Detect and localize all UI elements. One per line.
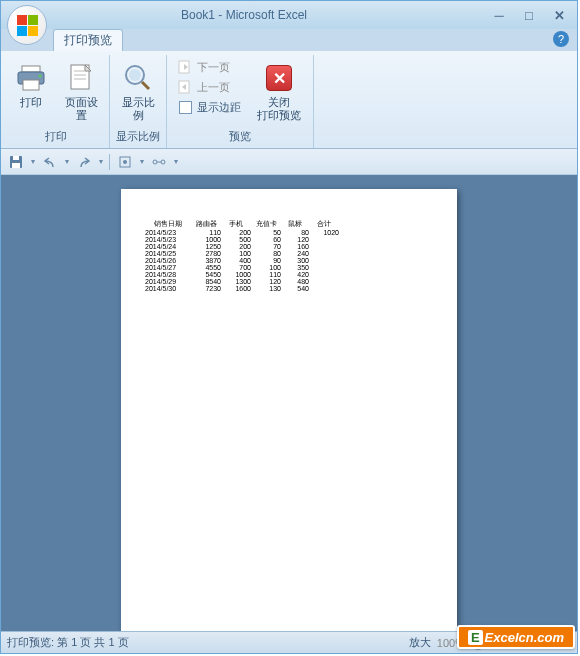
next-page-icon	[177, 59, 193, 75]
next-page-button: 下一页	[173, 57, 245, 77]
group-print: 打印 页面设置 打印	[3, 55, 110, 148]
prev-page-icon	[177, 79, 193, 95]
page-setup-button[interactable]: 页面设置	[59, 57, 103, 127]
titlebar: Book1 - Microsoft Excel ─ □ ✕	[1, 1, 577, 29]
group-preview: 下一页 上一页 显示边距	[167, 55, 314, 148]
status-text: 打印预览: 第 1 页 共 1 页	[7, 635, 409, 650]
svg-rect-16	[13, 156, 19, 160]
close-preview-button[interactable]: ✕ 关闭打印预览	[251, 57, 307, 127]
svg-rect-13	[179, 101, 191, 113]
prev-page-button: 上一页	[173, 77, 245, 97]
show-margins-checkbox[interactable]: 显示边距	[173, 97, 245, 117]
svg-line-10	[142, 82, 149, 89]
svg-point-18	[123, 160, 127, 164]
page-setup-icon	[65, 62, 97, 94]
svg-point-20	[161, 160, 165, 164]
ribbon: 打印 页面设置 打印 显示比例 显示比例	[1, 51, 577, 149]
office-button[interactable]	[7, 5, 47, 45]
sheet-data: 销售日期路由器手机充值卡鼠标合计2014/5/23110200508010202…	[145, 219, 433, 292]
dropdown-icon[interactable]: ▾	[31, 157, 35, 166]
redo-icon[interactable]	[75, 153, 93, 171]
maximize-button[interactable]: □	[517, 6, 541, 24]
svg-rect-0	[22, 66, 40, 72]
group-zoom: 显示比例 显示比例	[110, 55, 167, 148]
ribbon-tabs: 打印预览 ?	[1, 29, 577, 51]
svg-point-3	[39, 75, 42, 78]
qat-icon[interactable]	[150, 153, 168, 171]
office-logo-icon	[17, 15, 38, 36]
svg-rect-15	[12, 163, 20, 168]
print-button[interactable]: 打印	[9, 57, 53, 114]
dropdown-icon[interactable]: ▾	[65, 157, 69, 166]
help-icon[interactable]: ?	[553, 31, 569, 47]
svg-point-9	[129, 69, 141, 81]
save-icon[interactable]	[7, 153, 25, 171]
checkbox-icon	[177, 99, 193, 115]
close-icon: ✕	[266, 65, 292, 91]
minimize-button[interactable]: ─	[487, 6, 511, 24]
qat-icon[interactable]	[116, 153, 134, 171]
svg-point-19	[153, 160, 157, 164]
watermark: EExcelcn.com	[457, 625, 575, 649]
magnifier-icon	[122, 62, 154, 94]
dropdown-icon[interactable]: ▾	[174, 157, 178, 166]
window-title: Book1 - Microsoft Excel	[1, 8, 487, 22]
preview-area[interactable]: 销售日期路由器手机充值卡鼠标合计2014/5/23110200508010202…	[1, 175, 577, 631]
svg-rect-2	[23, 80, 39, 90]
dropdown-icon[interactable]: ▾	[99, 157, 103, 166]
zoom-button[interactable]: 显示比例	[116, 57, 160, 127]
close-window-button[interactable]: ✕	[547, 6, 571, 24]
tab-print-preview[interactable]: 打印预览	[53, 29, 123, 51]
printer-icon	[15, 62, 47, 94]
dropdown-icon[interactable]: ▾	[140, 157, 144, 166]
page-preview: 销售日期路由器手机充值卡鼠标合计2014/5/23110200508010202…	[121, 189, 457, 631]
undo-icon[interactable]	[41, 153, 59, 171]
quick-access-toolbar: ▾ ▾ ▾ ▾ ▾	[1, 149, 577, 175]
zoom-label[interactable]: 放大	[409, 635, 431, 650]
